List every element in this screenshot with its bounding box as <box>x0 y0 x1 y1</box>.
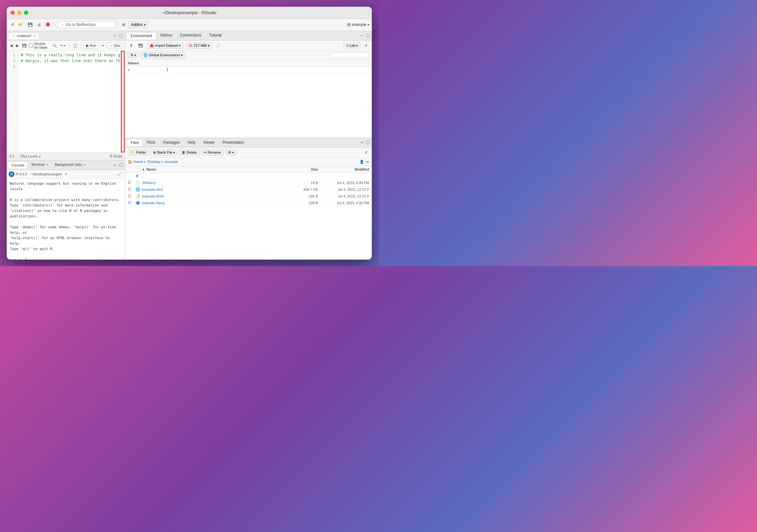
tab-tutorial[interactable]: Tutorial <box>205 32 226 39</box>
console-path-link[interactable]: ↗ <box>63 172 69 177</box>
env-broom-button[interactable]: 🧹 <box>214 43 223 48</box>
file-row-rhistory[interactable]: ☐ 📄 .Rhistory 14 B Jul 4, 2023, 6:49 PM <box>125 180 372 186</box>
header-name-col[interactable]: ▲ Name <box>142 167 292 171</box>
status-separator: | <box>17 154 17 158</box>
tab-environment[interactable]: Environment <box>127 32 156 39</box>
files-more-icon: ••• <box>365 160 369 163</box>
r-language-button[interactable]: R ▾ <box>128 52 139 58</box>
console-minimize-button[interactable]: – <box>112 162 117 168</box>
back-button[interactable]: ◀ <box>9 43 14 48</box>
save-button[interactable]: 💾 <box>26 21 34 28</box>
tab-viewer[interactable]: Viewer <box>199 139 218 146</box>
file-row-up[interactable]: ⬆ .. <box>125 173 372 180</box>
refresh-button[interactable]: ↺ <box>9 21 16 28</box>
rename-button[interactable]: ✏ Rename <box>201 150 224 156</box>
tab-history[interactable]: History <box>156 32 176 39</box>
file-row-example-rmd[interactable]: ☐ 📝 example.Rmd 166 B Jul 4, 2023, 12:22… <box>125 193 372 200</box>
rproj-modified: Jul 4, 2023, 6:50 PM <box>318 201 369 205</box>
global-environment-button[interactable]: 🌐 Global Environment ▾ <box>140 52 185 58</box>
grid-button[interactable]: ⊞ <box>120 21 127 28</box>
tab-plots[interactable]: Plots <box>143 139 159 146</box>
html-modified: Jul 4, 2023, 12:22 P <box>318 188 369 192</box>
forward-button[interactable]: ▶ <box>15 43 20 48</box>
list-view-button[interactable]: ≡ List ▾ <box>344 43 361 48</box>
more-button[interactable]: ⚙ ▾ <box>225 150 237 156</box>
scrollbar-track <box>121 51 125 152</box>
close-button[interactable] <box>11 11 15 15</box>
console-tab-terminal[interactable]: Terminal ✕ <box>28 161 51 168</box>
html-name[interactable]: example.html <box>142 188 292 192</box>
terminal-close-icon[interactable]: ✕ <box>46 163 48 166</box>
tab-connections[interactable]: Connections <box>176 32 205 39</box>
tab-packages[interactable]: Packages <box>159 139 184 146</box>
addins-button[interactable]: Addins ▾ <box>128 21 149 28</box>
console-maximize-button[interactable]: □ <box>118 162 124 168</box>
console-content[interactable]: Natural language support but running in … <box>7 179 125 260</box>
console-line-demo: Type 'demo()' for some demos, 'help()' f… <box>10 224 122 235</box>
editor-content[interactable]: 1 2 3 # This is a really long line and i… <box>7 51 125 152</box>
code-tools-button[interactable]: ✏ ▾ <box>59 43 67 48</box>
external-link-icon: ↗ <box>64 172 67 176</box>
files-refresh-button[interactable]: ↺ <box>362 150 369 155</box>
tab-presentation[interactable]: Presentation <box>219 139 248 146</box>
background-jobs-close-icon[interactable]: ✕ <box>83 163 86 166</box>
code-area[interactable]: # This is a really long line and it keep… <box>18 51 120 152</box>
project-button[interactable]: R example ▾ <box>348 22 369 27</box>
env-minimize-button[interactable]: – <box>359 33 364 39</box>
env-maximize-button[interactable]: □ <box>365 33 371 39</box>
html-size: 608.7 KB <box>292 188 318 192</box>
html-checkbox[interactable]: ☐ <box>128 187 136 192</box>
delete-button[interactable]: 🗑 Delete <box>179 150 199 155</box>
run-all-button[interactable]: ⇒ <box>100 43 106 48</box>
new-folder-button[interactable]: 📁 Folder <box>128 150 149 156</box>
editor-save-button[interactable]: 💾 <box>21 43 28 48</box>
folder-icon: 📁 <box>131 150 135 155</box>
console-clear-button[interactable]: 🧹 <box>116 172 123 177</box>
run-button[interactable]: ▶ Run <box>83 43 99 49</box>
console-tab-console[interactable]: Console <box>8 162 28 168</box>
rhistory-checkbox[interactable]: ☐ <box>128 181 136 185</box>
rmd-checkbox[interactable]: ☐ <box>128 194 136 198</box>
console-spacer2 <box>10 219 122 224</box>
knit-button[interactable]: 🧶 <box>44 21 52 28</box>
r-lang-label: R <box>131 53 133 57</box>
rmd-name[interactable]: example.Rmd <box>142 194 292 198</box>
compile-button[interactable]: 📋 <box>72 43 79 48</box>
open-file-button[interactable]: 📂 <box>17 21 25 28</box>
minimize-button[interactable] <box>17 11 21 15</box>
tab-close-icon[interactable]: ✕ <box>33 34 36 38</box>
file-row-example-rproj[interactable]: ☐ 🔷 example.Rproj 228 B Jul 4, 2023, 6:5… <box>125 200 372 206</box>
tab-files[interactable]: Files <box>127 139 143 146</box>
breadcrumb-example[interactable]: example <box>165 160 178 163</box>
editor-maximize-button[interactable]: □ <box>118 33 124 39</box>
editor-minimize-button[interactable]: – <box>112 33 117 39</box>
tab-help[interactable]: Help <box>184 139 199 146</box>
breadcrumb-desktop[interactable]: Desktop <box>147 160 160 163</box>
import-dataset-button[interactable]: 📥 Import Dataset ▾ <box>147 43 184 49</box>
files-minimize-button[interactable]: – <box>359 139 364 145</box>
file-row-example-html[interactable]: ☐ 🌐 example.html 608.7 KB Jul 4, 2023, 1… <box>125 186 372 193</box>
search-button[interactable]: 🔍 <box>51 43 58 48</box>
env-search-input[interactable] <box>331 52 369 58</box>
print-button[interactable]: 🖨 <box>36 21 43 28</box>
source-button[interactable]: → Sou <box>106 43 123 48</box>
delete-label: Delete <box>186 150 197 154</box>
breadcrumb-home[interactable]: Home <box>134 160 143 163</box>
files-maximize-button[interactable]: □ <box>365 139 371 145</box>
env-load-button[interactable]: ⬆ <box>128 43 135 48</box>
editor-save-icon: 💾 <box>22 44 27 48</box>
maximize-button[interactable] <box>24 11 28 15</box>
blank-file-button[interactable]: ⊕ Blank File ▾ <box>150 150 178 156</box>
up-name[interactable]: .. <box>142 174 369 178</box>
go-to-file-input[interactable]: → Go to file/function <box>57 21 115 28</box>
rename-icon: ✏ <box>204 150 206 155</box>
console-tab-background-jobs[interactable]: Background Jobs ✕ <box>51 161 89 168</box>
editor-tab-untitled1[interactable]: 📄 Untitled1* ✕ <box>8 32 39 39</box>
source-on-save-checkbox[interactable] <box>29 44 33 48</box>
env-refresh-button[interactable]: ↺ <box>362 43 369 48</box>
rproj-checkbox[interactable]: ☐ <box>128 201 136 205</box>
rproj-name[interactable]: example.Rproj <box>142 201 292 205</box>
env-save-button[interactable]: 💾 <box>136 43 145 48</box>
rhistory-name[interactable]: .Rhistory <box>142 181 292 185</box>
editor-scrollbar[interactable] <box>120 51 125 152</box>
